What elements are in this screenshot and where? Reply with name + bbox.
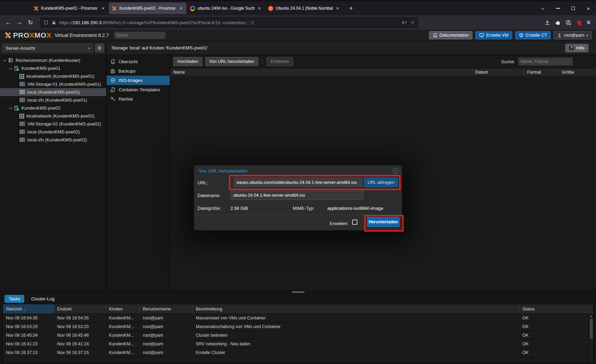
global-search-input[interactable] xyxy=(114,31,166,39)
search-label: Suche: xyxy=(501,59,515,64)
shield-icon[interactable] xyxy=(44,20,48,25)
advanced-label: Erweitert xyxy=(330,221,347,226)
tab-proxmox-pve02[interactable]: KundenKMS-pve02 - Proxmox V × xyxy=(109,2,186,14)
menu-item-backups[interactable]: Backups xyxy=(107,66,170,76)
tab-close-icon[interactable]: × xyxy=(179,6,184,11)
column-header-startzeit[interactable]: Startzeit ↓ xyxy=(3,304,54,314)
account-icon[interactable] xyxy=(566,20,571,26)
query-url-button[interactable]: URL abfragen xyxy=(364,178,398,187)
tab-ubuntu-release[interactable]: Ubuntu 24.04.1 (Noble Numbat × xyxy=(265,2,343,14)
browser-window: KundenKMS-pve01 - Proxmox V × KundenKMS-… xyxy=(0,0,596,364)
tab-google-search[interactable]: ubuntu 2404 iso - Google Suche × xyxy=(187,2,265,14)
url-path: :8006/#v1:0:=storage%2FKundenKMS-pve01%2… xyxy=(101,20,254,25)
task-row[interactable]: Nov 08 16:45:34 Nov 08 16:45:46 KundenKM… xyxy=(3,331,593,340)
tree-expander-icon[interactable] xyxy=(9,106,12,109)
address-bar[interactable]: https://192.168.200.3:8006/#v1:0:=storag… xyxy=(40,17,418,28)
tree-item-node-pve01[interactable]: KundenKMS-pve01 xyxy=(0,64,106,72)
scroll-up-icon[interactable]: ▲ xyxy=(590,314,593,317)
user-menu-button[interactable]: root@pam ▾ xyxy=(553,31,592,39)
column-header-name[interactable]: Name xyxy=(170,68,472,76)
close-window-button[interactable]: × xyxy=(581,1,596,15)
column-header-knoten[interactable]: Knoten xyxy=(106,304,140,314)
url-input[interactable] xyxy=(234,178,363,187)
menu-item-iso-images[interactable]: ISO-Images xyxy=(107,76,170,85)
mime-label: MIME-Typ: xyxy=(293,206,314,211)
tab-close-icon[interactable]: × xyxy=(257,6,262,11)
hamburger-menu-icon[interactable]: ≡ xyxy=(587,19,590,26)
tree-item-vmstorage01[interactable]: VM-Storage-01 (KundenKMS-pve01) xyxy=(0,80,106,88)
menu-item-rechte[interactable]: Rechte xyxy=(107,94,170,104)
svg-text:A: A xyxy=(402,20,404,25)
ublock-shield-icon[interactable] xyxy=(576,20,582,26)
tab-cluster-log[interactable]: Cluster-Log xyxy=(27,295,58,303)
reload-button[interactable]: ↻ xyxy=(25,17,36,28)
task-row[interactable]: Nov 08 16:54:35 Nov 08 16:54:35 KundenKM… xyxy=(3,314,593,323)
tree-item-localnetwork-pve02[interactable]: localnetwork (KundenKMS-pve02) xyxy=(0,112,106,120)
sidebar-header: Server-Ansicht ▾ xyxy=(0,41,106,55)
tree-item-label: VM-Storage-02 (KundenKMS-pve02) xyxy=(27,121,101,127)
documentation-button[interactable]: Dokumentation xyxy=(429,31,473,39)
task-description: Cluster beitreten xyxy=(193,331,519,339)
user-icon xyxy=(557,33,562,38)
extensions-icon[interactable] xyxy=(555,20,561,25)
menu-item-uebersicht[interactable]: Übersicht xyxy=(107,57,170,66)
tree-item-local-pve01-selected[interactable]: local (KundenKMS-pve01) xyxy=(0,88,106,96)
tab-close-icon[interactable]: × xyxy=(335,6,340,11)
tree-item-datacenter[interactable]: Rechenzentrum (Kundenkluster) xyxy=(0,56,106,64)
menu-item-container-templates[interactable]: Container-Templates xyxy=(107,85,170,94)
minimize-button[interactable] xyxy=(550,1,566,15)
splitter-handle[interactable] xyxy=(292,291,304,293)
back-button[interactable]: ← xyxy=(3,17,14,28)
maximize-button[interactable] xyxy=(566,1,581,15)
iso-search-input[interactable] xyxy=(518,57,573,66)
tree-item-node-pve02[interactable]: KundenKMS-pve02 xyxy=(0,104,106,112)
tree-item-localzfs-pve02[interactable]: local-zfs (KundenKMS-pve02) xyxy=(0,136,106,144)
column-header-status[interactable]: Status xyxy=(519,304,593,314)
help-button[interactable]: ? Hilfe xyxy=(565,44,588,52)
task-user: root@pam xyxy=(140,323,193,331)
tree-item-localnetwork-pve01[interactable]: localnetwork (KundenKMS-pve01) xyxy=(0,72,106,80)
column-header-datum[interactable]: Datum xyxy=(472,68,524,76)
tree-item-localzfs-pve01[interactable]: local-zfs (KundenKMS-pve01) xyxy=(0,96,106,104)
task-row[interactable]: Nov 08 16:53:20 Nov 08 16:53:20 KundenKM… xyxy=(3,323,593,331)
tree-expander-icon[interactable] xyxy=(9,66,12,69)
downloads-icon[interactable] xyxy=(544,20,550,25)
tab-close-icon[interactable]: × xyxy=(101,6,106,11)
view-mode-select[interactable]: Server-Ansicht ▾ xyxy=(2,44,93,53)
tab-tasks[interactable]: Tasks xyxy=(4,295,24,303)
column-header-endzeit[interactable]: Endzeit xyxy=(54,304,106,314)
url-text[interactable]: https://192.168.200.3:8006/#v1:0:=storag… xyxy=(59,20,398,25)
remove-button[interactable]: Entfernen xyxy=(266,57,293,66)
tree-expander-icon[interactable] xyxy=(3,58,7,62)
upload-button[interactable]: Hochladen xyxy=(173,57,202,66)
translate-icon[interactable]: A xyxy=(402,20,407,25)
task-row[interactable]: Nov 08 16:41:23 Nov 08 16:41:24 KundenKM… xyxy=(3,340,593,348)
dialog-close-icon[interactable]: × xyxy=(393,168,398,174)
tree-item-label: local (KundenKMS-pve02) xyxy=(27,129,80,134)
column-header-benutzername[interactable]: Benutzername xyxy=(140,304,193,314)
download-button[interactable]: Herunterladen xyxy=(367,217,400,227)
create-vm-button[interactable]: Erstelle VM xyxy=(475,31,512,39)
lock-warning-icon[interactable] xyxy=(52,20,56,25)
new-tab-button[interactable]: + xyxy=(346,3,356,13)
tree-item-vmstorage02[interactable]: VM-Storage-02 (KundenKMS-pve02) xyxy=(0,120,106,128)
forward-button[interactable]: → xyxy=(14,17,25,28)
task-row[interactable]: Nov 08 16:37:13 Nov 08 16:37:15 KundenKM… xyxy=(3,348,593,357)
bookmark-star-icon[interactable]: ☆ xyxy=(410,19,415,26)
column-header-format[interactable]: Format xyxy=(524,68,559,76)
advanced-checkbox[interactable] xyxy=(352,220,357,225)
sidebar-settings-button[interactable] xyxy=(95,44,104,53)
scrollbar-thumb[interactable] xyxy=(590,319,593,339)
tree-item-local-pve02[interactable]: local (KundenKMS-pve02) xyxy=(0,128,106,136)
create-ct-button[interactable]: Erstelle CT xyxy=(515,31,551,39)
column-header-beschreibung[interactable]: Beschreibung xyxy=(193,304,519,314)
tab-proxmox-pve01[interactable]: KundenKMS-pve01 - Proxmox V × xyxy=(31,2,108,14)
list-tabs-button[interactable] xyxy=(535,1,550,15)
storage-icon xyxy=(19,137,25,142)
tasks-scrollbar[interactable]: ▲ xyxy=(589,314,593,364)
download-from-url-button[interactable]: Von URL herunterladen xyxy=(205,57,258,66)
mime-value: application/x-iso9660-image xyxy=(327,206,383,211)
column-header-groesse[interactable]: Größe xyxy=(559,68,596,76)
filename-input[interactable] xyxy=(230,191,364,200)
cd-icon xyxy=(110,78,116,83)
